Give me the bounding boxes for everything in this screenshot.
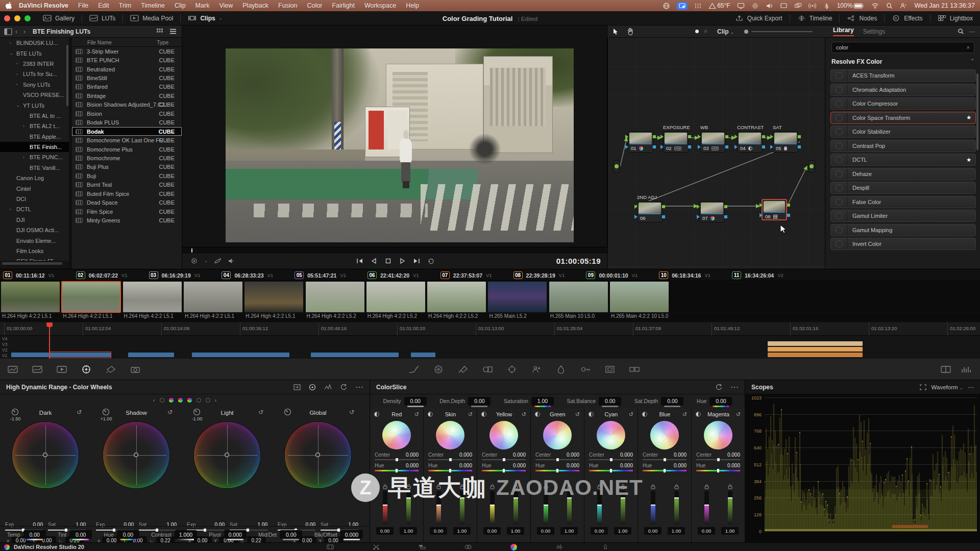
lock-icon[interactable]: [597, 484, 602, 489]
channel-reset-icon[interactable]: ↺: [575, 411, 580, 418]
fx-item-aces-transform[interactable]: ACES Transform: [830, 69, 976, 82]
channel-vslider-1[interactable]: 0.00: [483, 484, 501, 535]
node-graph[interactable]: 0102HDREXPOSURE03HDRWB04CONTRAST05SAT062…: [607, 38, 825, 269]
clip-thumbnail-06[interactable]: [306, 282, 364, 312]
page-cut-icon[interactable]: [373, 544, 380, 550]
wheel-center-handle[interactable]: [315, 453, 320, 457]
node-output-port[interactable]: [653, 135, 656, 138]
lut-file-row[interactable]: Buted Film SpiceCUBE: [72, 189, 182, 198]
channel-reset-icon[interactable]: ↺: [414, 411, 419, 418]
sidebar-item-bte-apple-[interactable]: BTE Apple...: [0, 132, 69, 142]
loop-button[interactable]: [427, 258, 435, 264]
channel-blend-icon[interactable]: [428, 412, 433, 417]
favorite-star-icon[interactable]: ★: [966, 114, 971, 121]
vslider-track[interactable]: [567, 491, 572, 524]
apple-icon[interactable]: [5, 2, 12, 10]
list-view-icon[interactable]: [169, 28, 177, 35]
clip-entry-07[interactable]: 0722:37:53:07V1: [440, 269, 492, 281]
node-input-port[interactable]: [770, 145, 773, 149]
lut-file-row[interactable]: Bision Shadows Adjusted_7.C2...CUBE: [72, 101, 182, 109]
sidebar-item-bte-luts[interactable]: ⌄BTE LUTs: [0, 48, 69, 58]
param-pivot[interactable]: Pivot0.000: [209, 530, 246, 539]
fx-item-false-color[interactable]: False Color: [830, 196, 976, 208]
slice-reset-icon[interactable]: [716, 384, 722, 390]
channel-vslider-1[interactable]: 0.00: [644, 484, 662, 535]
lut-file-row[interactable]: Burnt TealCUBE: [72, 181, 182, 189]
timeline-clip-segment[interactable]: [192, 353, 289, 357]
sidebar-toggle-icon[interactable]: [4, 28, 12, 35]
channel-vslider-2[interactable]: 1.00: [400, 484, 417, 535]
timeline-tracks[interactable]: V4V3V2V1: [0, 336, 980, 359]
channel-blend-icon[interactable]: [589, 412, 594, 417]
scopes-settings-icon[interactable]: ⋯: [968, 384, 974, 391]
gallery-stills-icon[interactable]: [7, 365, 18, 374]
timeline-clip-segment[interactable]: [768, 347, 863, 352]
sidebar-item-vsco-prese-[interactable]: VSCO PRESE...: [0, 90, 69, 100]
fx-item-dctl[interactable]: DCTL★: [830, 154, 976, 166]
sidebar-item-envato-eleme-[interactable]: Envato Eleme...: [0, 235, 69, 245]
lock-icon[interactable]: [728, 484, 732, 489]
node-input-port[interactable]: [760, 213, 763, 217]
tree-chevron-icon[interactable]: ⌄: [10, 51, 15, 56]
clip-thumbnail-02[interactable]: [62, 282, 120, 312]
node-page-dot-1[interactable]: [695, 30, 699, 33]
fx-item-invert-color[interactable]: Invert Color: [830, 238, 976, 250]
lock-icon[interactable]: [513, 484, 518, 489]
vslider-value[interactable]: 0.00: [430, 527, 447, 535]
lut-file-row[interactable]: Bomochrome OK Last One FR ...CUBE: [72, 136, 182, 144]
power-window-icon[interactable]: [482, 365, 493, 374]
timeline-clip-segment[interactable]: [411, 353, 435, 357]
node-sink-input[interactable]: [808, 160, 815, 172]
quick-export-button[interactable]: Quick Export: [728, 11, 790, 25]
channel-center-slider[interactable]: [535, 459, 579, 460]
tab-clips[interactable]: Clips ⌄: [181, 11, 229, 25]
timeline-clip-segment[interactable]: [128, 353, 174, 357]
lock-icon[interactable]: [674, 484, 679, 489]
touch-id-icon[interactable]: [751, 3, 759, 9]
vslider-track[interactable]: [728, 491, 732, 524]
tree-chevron-icon[interactable]: ›: [23, 124, 28, 129]
lut-file-row[interactable]: Film SpiceCUBE: [72, 207, 182, 216]
sidebar-hscrollbar[interactable]: [2, 262, 62, 265]
resolve-logo-icon[interactable]: [4, 544, 10, 550]
clip-entry-02[interactable]: 0206:02:07:22V1: [76, 269, 128, 281]
sidebar-item-bte-vanill-[interactable]: BTE Vanill...: [0, 163, 69, 173]
channel-hue-slider[interactable]: [375, 470, 419, 471]
vslider-value[interactable]: 1.00: [453, 527, 471, 535]
param-value-box[interactable]: 0.00: [69, 530, 92, 539]
channel-hue-slider[interactable]: [643, 470, 687, 471]
node-input-port[interactable]: [625, 135, 628, 139]
slice-param-sat-depth[interactable]: Sat.Depth0.00: [634, 397, 684, 406]
lightbox-panel-button[interactable]: Lightbox: [930, 11, 980, 25]
clip-thumbnail-11[interactable]: [610, 282, 669, 312]
node-08[interactable]: 08: [762, 199, 787, 220]
lock-icon[interactable]: [460, 484, 464, 489]
channel-blend-icon[interactable]: [481, 412, 486, 417]
audio-mute-icon[interactable]: [228, 258, 235, 264]
sidebar-item-bte-punc-[interactable]: ›BTE PUNC...: [0, 152, 69, 162]
vslider-track[interactable]: [436, 491, 441, 524]
sidebar-item-dji[interactable]: DJI: [0, 215, 69, 225]
sidebar-item-dji-osmo-acti-[interactable]: DJI OSMO Acti...: [0, 225, 69, 235]
channel-blend-icon[interactable]: [535, 412, 540, 417]
node-input-port[interactable]: [634, 215, 638, 219]
node-output-port[interactable]: [798, 145, 801, 148]
fx-search-icon[interactable]: [958, 28, 964, 35]
timeline-ruler[interactable]: 01:00:00:0001:00:12:0401:00:24:0801:00:3…: [0, 322, 980, 336]
fx-item-gamut-limiter[interactable]: Gamut Limiter: [830, 210, 976, 222]
node-input-port[interactable]: [734, 135, 738, 139]
tab-gallery[interactable]: Gallery: [36, 11, 82, 25]
vslider-track[interactable]: [674, 491, 679, 524]
param-tint[interactable]: Tint0.00: [58, 530, 92, 539]
clip-thumbnail-04[interactable]: [184, 282, 242, 312]
pan-tool-icon[interactable]: [627, 28, 633, 35]
channel-blend-icon[interactable]: [642, 412, 647, 417]
channel-center-slider[interactable]: [643, 459, 687, 460]
tree-chevron-icon[interactable]: ›: [23, 155, 28, 160]
pager-next-icon[interactable]: ›: [215, 397, 217, 403]
page-media-icon[interactable]: [327, 544, 334, 550]
channel-reset-icon[interactable]: ↺: [736, 411, 741, 418]
slice-param-hue[interactable]: Hue0.00: [697, 397, 732, 406]
magic-mask-icon[interactable]: [531, 365, 542, 374]
vslider-track[interactable]: [621, 491, 625, 524]
